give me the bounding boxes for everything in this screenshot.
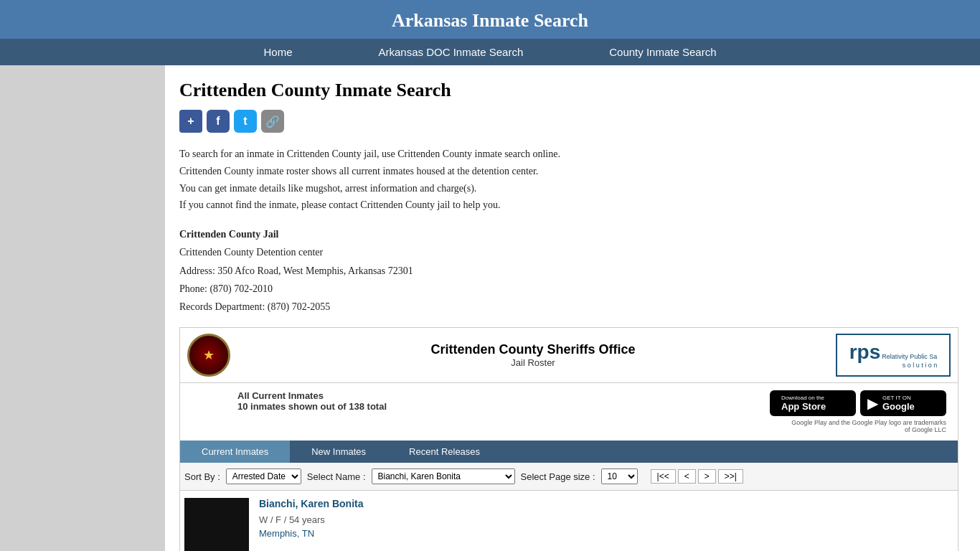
tabs-bar: Current Inmates New Inmates Recent Relea… bbox=[180, 441, 958, 463]
inmate-count-block: All Current Inmates 10 inmates shown out… bbox=[237, 390, 387, 412]
name-select-label: Select Name : bbox=[307, 471, 366, 482]
jail-records: Records Department: (870) 702-2055 bbox=[179, 298, 958, 316]
site-title: Arkansas Inmate Search bbox=[0, 10, 980, 32]
google-play-icon: ▶ bbox=[867, 395, 878, 412]
jail-info: Crittenden County Jail Crittenden County… bbox=[179, 225, 958, 316]
inmate-count-area: All Current Inmates 10 inmates shown out… bbox=[180, 383, 958, 438]
inmate-photo bbox=[184, 498, 249, 551]
page-title: Crittenden County Inmate Search bbox=[179, 80, 958, 101]
app-buttons: Download on the App Store ▶ GET IT ON Go… bbox=[770, 390, 946, 416]
tab-new-inmates[interactable]: New Inmates bbox=[290, 441, 387, 463]
copy-link-icon[interactable]: 🔗 bbox=[261, 110, 284, 133]
intro-line-2: Crittenden County inmate roster shows al… bbox=[179, 163, 958, 180]
header-banner: Arkansas Inmate Search bbox=[0, 0, 980, 39]
jail-address: Address: 350 Afco Road, West Memphis, Ar… bbox=[179, 262, 958, 280]
page-size-label: Select Page size : bbox=[521, 471, 595, 482]
app-store-area: Download on the App Store ▶ GET IT ON Go… bbox=[770, 390, 951, 433]
sort-bar: Sort By : Arrested Date Name Age Select … bbox=[180, 463, 958, 491]
page-size-select[interactable]: 10 25 50 100 bbox=[601, 468, 638, 484]
pagination: |<< < > >>| bbox=[651, 469, 743, 484]
intro-line-1: To search for an inmate in Crittenden Co… bbox=[179, 146, 958, 163]
sort-select[interactable]: Arrested Date Name Age bbox=[226, 468, 301, 484]
pagination-next[interactable]: > bbox=[698, 469, 716, 484]
office-name: Crittenden County Sheriffs Office bbox=[230, 342, 836, 357]
content-area: Crittenden County Inmate Search + f t 🔗 … bbox=[165, 65, 980, 551]
inmate-name-link[interactable]: Bianchi, Karen Bonita bbox=[259, 498, 363, 509]
nav-doc-search[interactable]: Arkansas DOC Inmate Search bbox=[336, 39, 567, 65]
intro-text: To search for an inmate in Crittenden Co… bbox=[179, 146, 958, 214]
apple-btn-small: Download on the bbox=[781, 395, 826, 401]
apple-btn-large: App Store bbox=[781, 401, 826, 412]
jail-phone: Phone: (870) 702-2010 bbox=[179, 280, 958, 298]
nav-home[interactable]: Home bbox=[220, 39, 335, 65]
apple-app-store-button[interactable]: Download on the App Store bbox=[770, 390, 856, 416]
share-icon[interactable]: + bbox=[179, 110, 202, 133]
inmate-demographics: W / F / 54 years bbox=[259, 513, 953, 528]
app-disclaimer: Google Play and the Google Play logo are… bbox=[788, 419, 946, 433]
roster-title-block: Crittenden County Sheriffs Office Jail R… bbox=[230, 342, 836, 368]
intro-line-3: You can get inmate details like mugshot,… bbox=[179, 180, 958, 197]
pagination-first[interactable]: |<< bbox=[651, 469, 676, 484]
sort-label: Sort By : bbox=[184, 471, 220, 482]
google-btn-small: GET IT ON bbox=[882, 395, 915, 401]
pagination-prev[interactable]: < bbox=[678, 469, 696, 484]
inmate-shown-label: 10 inmates shown out of 138 total bbox=[237, 401, 387, 412]
roster-header: Crittenden County Sheriffs Office Jail R… bbox=[180, 328, 958, 383]
tab-recent-releases[interactable]: Recent Releases bbox=[387, 441, 501, 463]
facebook-icon[interactable]: f bbox=[207, 110, 230, 133]
main-wrapper: Crittenden County Inmate Search + f t 🔗 … bbox=[0, 65, 980, 551]
tab-current-inmates[interactable]: Current Inmates bbox=[180, 441, 290, 463]
left-sidebar bbox=[0, 65, 165, 551]
inmate-info: Bianchi, Karen Bonita W / F / 54 years M… bbox=[259, 498, 953, 539]
rps-logo-subtitle: Relativity Public Sas o l u t i o n bbox=[882, 353, 937, 369]
rps-logo-text: rps bbox=[849, 341, 881, 364]
nav-bar: Home Arkansas DOC Inmate Search County I… bbox=[0, 39, 980, 65]
jail-detention: Crittenden County Detention center bbox=[179, 243, 958, 261]
twitter-icon[interactable]: t bbox=[234, 110, 257, 133]
sheriff-logo bbox=[187, 334, 230, 377]
inmate-count-label: All Current Inmates bbox=[237, 390, 387, 401]
google-btn-large: Google bbox=[882, 401, 915, 412]
social-icons: + f t 🔗 bbox=[179, 110, 958, 133]
nav-county-search[interactable]: County Inmate Search bbox=[566, 39, 759, 65]
roster-box: Crittenden County Sheriffs Office Jail R… bbox=[179, 327, 958, 551]
intro-line-4: If you cannot find the inmate, please co… bbox=[179, 197, 958, 214]
roster-subtitle: Jail Roster bbox=[230, 357, 836, 368]
jail-name: Crittenden County Jail bbox=[179, 225, 958, 243]
inmate-row: Bianchi, Karen Bonita W / F / 54 years M… bbox=[180, 491, 958, 551]
pagination-last[interactable]: >>| bbox=[718, 469, 743, 484]
inmate-location: Memphis, TN bbox=[259, 528, 953, 539]
rps-logo: rps Relativity Public Sas o l u t i o n bbox=[836, 334, 951, 377]
google-play-button[interactable]: ▶ GET IT ON Google bbox=[860, 390, 946, 416]
name-select[interactable]: Bianchi, Karen Bonita bbox=[372, 468, 515, 484]
